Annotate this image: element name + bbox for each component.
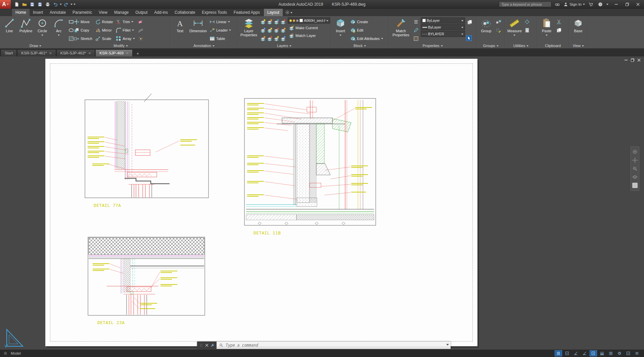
copy-clip-button[interactable] [555,26,563,34]
polyline-button[interactable]: Polyline [18,17,34,43]
dimension-button[interactable]: Dimension [189,17,208,43]
close-tab-icon[interactable]: ✕ [126,51,129,55]
mirror-button[interactable]: Mirror [94,26,114,34]
ribbon-tab-parametric[interactable]: Parametric [69,9,95,16]
make-current-button[interactable]: Make Current [288,24,330,31]
match-layer-button[interactable]: Match Layer [288,32,330,39]
layout-paper[interactable]: DETAIL 77A DETAIL 11B DETAIL 23A [45,59,477,346]
ribbon-tab-layout[interactable]: Layout [264,9,283,16]
explode-button[interactable] [137,34,144,43]
minimize-button[interactable] [611,0,622,8]
table-button[interactable]: Table [209,34,232,43]
zoom-icon[interactable] [632,166,638,171]
drawing-close-icon[interactable] [637,58,641,62]
sign-in-button[interactable]: Sign In [563,2,585,7]
new-drawing-button[interactable] [13,1,20,8]
file-tab-start[interactable]: Start [1,49,17,56]
ribbon-tab-collaborate[interactable]: Collaborate [171,9,198,16]
circle-button[interactable]: Circle [35,17,50,43]
qat-customize-icon[interactable] [74,4,76,6]
file-tab-ksr-sjp-461[interactable]: KSR-SJP-461*✕ [17,49,56,56]
match-properties-button[interactable]: Match Properties [390,17,411,43]
offset-button[interactable] [137,26,144,34]
help-dropdown-icon[interactable] [606,4,608,6]
erase-button[interactable] [137,17,144,26]
view-panel-label[interactable]: View [569,43,588,48]
properties-pipette-button[interactable] [412,26,420,34]
application-menu-button[interactable]: A [0,0,11,9]
lineweight-dropdown[interactable]: ByLayer [421,24,465,30]
measure-button[interactable]: Measure [507,17,522,43]
file-tab-ksr-sjp-469[interactable]: KSR-SJP-469✕ [95,49,133,56]
redo-button[interactable] [63,1,70,8]
properties-palette-button[interactable] [466,18,473,26]
snap-toggle[interactable] [563,350,571,356]
layer-tools-row2[interactable] [259,26,287,34]
scale-button[interactable]: Scale [94,34,114,43]
workspace-gear-button[interactable] [616,350,623,356]
recent-commands-button[interactable] [445,342,451,349]
base-view-button[interactable]: Base [570,17,586,43]
edit-attributes-button[interactable]: Edit Attributes [349,34,384,43]
osnap-toggle[interactable] [590,350,597,356]
search-input[interactable] [499,1,551,7]
ribbon-tab-express-tools[interactable]: Express Tools [198,9,230,16]
selection-cursor-button[interactable] [466,35,472,41]
pan-icon[interactable] [632,158,638,163]
groups-panel-label[interactable]: Groups [477,43,505,48]
undo-button[interactable] [52,1,59,8]
line-button[interactable]: Line [2,17,17,43]
utilities-panel-label[interactable]: Utilities [505,43,537,48]
group-button[interactable]: Group [478,17,494,43]
layer-tools-row3[interactable] [259,34,287,43]
ribbon-tab-output[interactable]: Output [132,9,151,16]
app-store-cart-icon[interactable] [588,1,594,8]
command-input[interactable]: Type a command [217,342,445,349]
layer-dropdown[interactable]: A060H_sect-hat... [288,17,330,24]
close-tab-icon[interactable]: ✕ [88,51,91,55]
layer-isolate-button[interactable] [259,17,287,26]
cut-button[interactable] [555,17,563,26]
drawing-restore-icon[interactable] [631,58,634,62]
command-customize-wrench-icon[interactable] [211,343,215,347]
properties-list-button[interactable] [412,17,420,26]
new-tab-button[interactable]: + [134,50,141,56]
ribbon-tab-featured-apps[interactable]: Featured Apps [230,9,263,16]
id-point-button[interactable] [523,17,531,26]
space-label[interactable]: Model [11,351,21,355]
insert-block-button[interactable]: Insert [333,17,348,43]
command-grip-icon[interactable] [199,343,203,347]
ribbon-tab-insert[interactable]: Insert [30,9,46,16]
properties-panel-label[interactable]: Properties [389,43,476,48]
isolate-objects-button[interactable] [625,350,632,356]
annotation-panel-label[interactable]: Annotation [171,43,237,48]
arc-button[interactable]: Arc [51,17,66,43]
lineweight-toggle[interactable] [598,350,606,356]
ribbon-tab-view[interactable]: View [95,9,111,16]
redo-dropdown-icon[interactable] [71,4,73,6]
ribbon-display-toggle[interactable] [283,9,295,16]
save-as-button[interactable] [37,1,43,8]
customization-menu-button[interactable] [633,350,641,356]
layers-panel-label[interactable]: Layers [238,43,331,48]
properties-hatch-button[interactable] [412,34,420,43]
edit-block-button[interactable]: Edit [349,26,384,34]
drawing-minimize-icon[interactable] [625,58,628,62]
restore-button[interactable] [622,0,633,8]
plot-button[interactable] [44,1,51,8]
ortho-toggle[interactable] [572,350,580,356]
steering-wheel-icon[interactable] [632,149,638,154]
create-block-button[interactable]: Create [349,17,384,26]
grid-toggle[interactable] [555,350,562,356]
close-button[interactable] [633,0,643,8]
file-tab-ksr-sjp-463[interactable]: KSR-SJP-463*✕ [56,49,95,56]
stretch-button[interactable]: Stretch [73,34,93,43]
rotate-button[interactable]: Rotate [94,17,114,26]
paste-button[interactable]: Paste [539,17,554,43]
ribbon-tab-add-ins[interactable]: Add-ins [151,9,171,16]
command-close-icon[interactable] [205,344,209,347]
text-button[interactable]: Text [172,17,188,43]
orbit-icon[interactable] [632,174,638,180]
annotation-scale-toggle[interactable] [607,350,614,356]
draw-panel-label[interactable]: Draw [0,43,71,48]
